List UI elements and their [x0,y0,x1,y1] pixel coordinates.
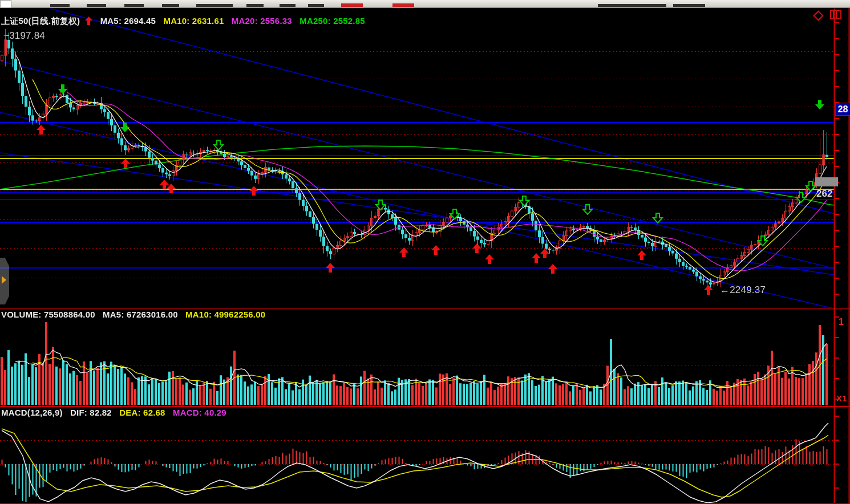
menu-bar[interactable] [0,0,850,8]
menu-item-red-stub [341,3,363,7]
menu-item-stub [50,4,70,7]
menu-item-stub [162,4,179,7]
split-window-icon[interactable] [830,10,841,19]
ma10-value: MA10: 2631.61 [163,16,224,26]
menu-item-stub [598,4,666,7]
price-axis-label: 28 [835,103,850,116]
trend-up-icon [85,16,92,26]
macd-header: MACD(12,26,9) DIF: 82.82 DEA: 62.68 MACD… [1,408,232,417]
volume-axis-bottom-label: X1 [836,393,847,403]
expand-arrow-icon [2,276,6,284]
ma20-value: MA20: 2556.33 [232,16,292,26]
vol-ma5-value: MA5: 67263016.00 [103,310,178,319]
menu-item-stub [196,4,233,7]
menu-item-stub [124,4,144,7]
sidebar-expand-handle[interactable] [0,258,9,304]
volume-header: VOLUME: 75508864.00 MA5: 67263016.00 MA1… [1,310,270,319]
symbol-title: 上证50(日线.前复权) [1,16,80,26]
dea-value: DEA: 62.68 [119,408,165,417]
menu-item-red-stub [392,3,414,7]
trading-terminal-window: 上证50(日线.前复权) MA5: 2694.45 MA10: 2631.61 … [0,0,850,504]
menu-item-stub [246,4,264,7]
macd-value: MACD: 40.29 [173,408,226,417]
menu-item-stub [673,4,705,7]
menu-item-stub [280,4,296,7]
main-chart-header: 上证50(日线.前复权) MA5: 2694.45 MA10: 2631.61 … [1,16,370,27]
vol-ma10-value: MA10: 49962256.00 [185,310,265,319]
menu-item-stub [87,4,106,7]
ma250-value: MA250: 2552.85 [299,16,365,26]
price-chart-canvas[interactable] [0,0,850,504]
menu-item-stub [308,4,324,7]
ma5-value: MA5: 2694.45 [100,16,156,26]
last-price-tag-box [815,177,838,186]
macd-params: MACD(12,26,9) [1,408,63,417]
volume-value: VOLUME: 75508864.00 [1,310,95,319]
last-price-label: 262 [816,188,832,200]
volume-axis-top-label: 1 [839,317,844,327]
period-high-label: ~3197.84 [3,30,45,42]
dif-value: DIF: 82.82 [70,408,112,417]
period-low-label: ←2249.37 [720,284,766,296]
menu-logo-box [0,0,11,8]
